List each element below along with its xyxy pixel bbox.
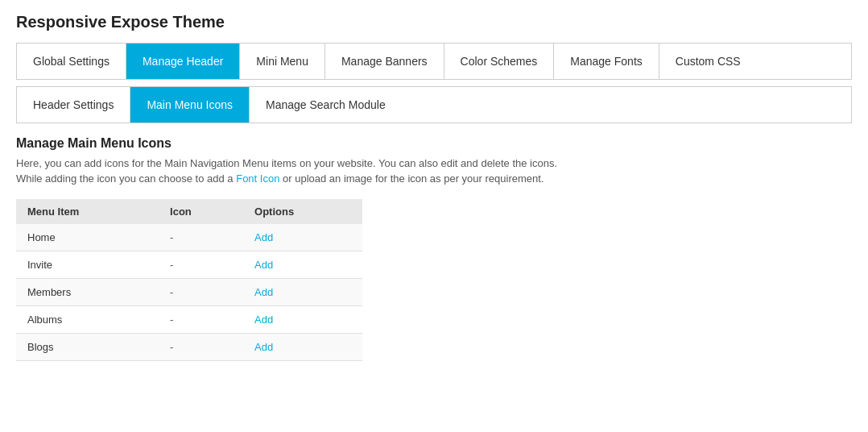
add-icon-link[interactable]: Add <box>254 314 273 326</box>
menu-icons-table: Menu Item Icon Options Home-AddInvite-Ad… <box>16 199 362 361</box>
primary-tab-bar: Global SettingsManage HeaderMini MenuMan… <box>16 43 852 80</box>
menu-item-icon: - <box>159 279 243 306</box>
table-row: Blogs-Add <box>16 334 362 361</box>
col-options: Options <box>243 199 362 224</box>
menu-item-options: Add <box>243 306 362 334</box>
secondary-tab-bar: Header SettingsMain Menu IconsManage Sea… <box>16 86 852 123</box>
table-row: Members-Add <box>16 279 362 306</box>
primary-tab-manage-banners[interactable]: Manage Banners <box>325 44 444 79</box>
section-title: Manage Main Menu Icons <box>16 136 852 151</box>
desc2-mid: or upload an image for the icon as per y… <box>279 172 544 185</box>
add-icon-link[interactable]: Add <box>254 231 273 243</box>
menu-item-options: Add <box>243 224 362 251</box>
section-desc-1: Here, you can add icons for the Main Nav… <box>16 157 852 169</box>
font-icon-link[interactable]: Font Icon <box>236 172 279 185</box>
menu-item-options: Add <box>243 334 362 361</box>
primary-tab-manage-fonts[interactable]: Manage Fonts <box>554 44 659 79</box>
menu-item-name: Members <box>16 279 159 306</box>
primary-tab-mini-menu[interactable]: Mini Menu <box>240 44 325 79</box>
secondary-tab-header-settings[interactable]: Header Settings <box>17 87 130 123</box>
primary-tab-manage-header[interactable]: Manage Header <box>126 44 240 79</box>
table-row: Invite-Add <box>16 251 362 279</box>
menu-item-options: Add <box>243 251 362 279</box>
menu-item-icon: - <box>159 224 243 251</box>
primary-tab-custom-css[interactable]: Custom CSS <box>659 44 757 79</box>
secondary-tab-manage-search-module[interactable]: Manage Search Module <box>250 87 402 123</box>
menu-item-name: Albums <box>16 306 159 334</box>
add-icon-link[interactable]: Add <box>254 286 273 298</box>
primary-tab-global-settings[interactable]: Global Settings <box>17 44 126 79</box>
col-menu-item: Menu Item <box>16 199 159 224</box>
desc2-pre: While adding the icon you can choose to … <box>16 172 236 185</box>
menu-item-options: Add <box>243 279 362 306</box>
menu-item-name: Home <box>16 224 159 251</box>
menu-item-name: Blogs <box>16 334 159 361</box>
menu-item-name: Invite <box>16 251 159 279</box>
primary-tab-color-schemes[interactable]: Color Schemes <box>444 44 555 79</box>
table-row: Albums-Add <box>16 306 362 334</box>
secondary-tab-main-menu-icons[interactable]: Main Menu Icons <box>130 87 250 123</box>
menu-item-icon: - <box>159 334 243 361</box>
table-header-row: Menu Item Icon Options <box>16 199 362 224</box>
add-icon-link[interactable]: Add <box>254 259 273 271</box>
page-title: Responsive Expose Theme <box>16 13 852 31</box>
table-row: Home-Add <box>16 224 362 251</box>
menu-item-icon: - <box>159 251 243 279</box>
menu-item-icon: - <box>159 306 243 334</box>
section-desc-2: While adding the icon you can choose to … <box>16 172 852 185</box>
add-icon-link[interactable]: Add <box>254 341 273 353</box>
col-icon: Icon <box>159 199 243 224</box>
